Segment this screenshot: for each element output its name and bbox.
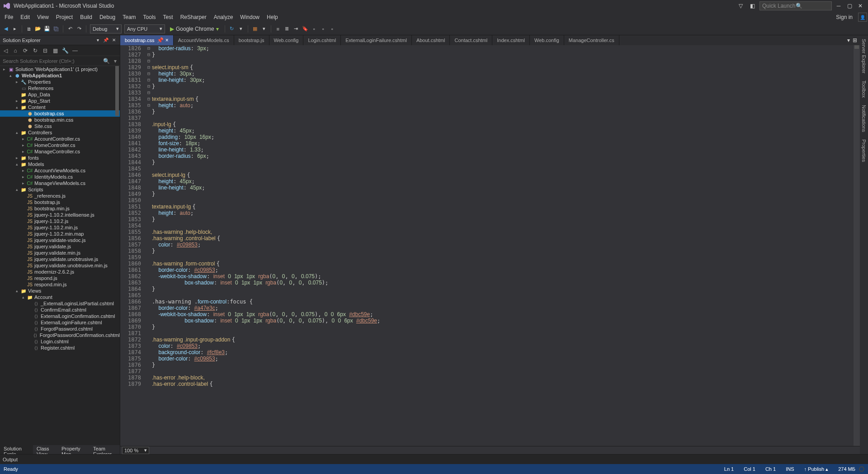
menu-resharper[interactable]: ReSharper <box>177 13 210 21</box>
tree-item[interactable]: ▸C#ManageController.cs <box>0 148 120 155</box>
tab-team-explorer[interactable]: Team Explorer <box>90 445 120 454</box>
feedback-icon[interactable]: ◧ <box>748 1 757 10</box>
tree-item[interactable]: JSjquery-1.10.2.min.js <box>0 224 120 231</box>
tree-item[interactable]: ▴📁Content <box>0 104 120 110</box>
tree-item[interactable]: ⟨⟩Register.cshtml <box>0 345 120 351</box>
doc-tab[interactable]: ExternalLoginFailure.cshtml <box>341 35 412 45</box>
status-publish[interactable]: ↑ Publish ▴ <box>804 466 829 472</box>
bookmark-button[interactable]: 🔖 <box>301 24 309 33</box>
doc-split-icon[interactable]: ⊞ <box>853 37 857 43</box>
se-collapse-button[interactable]: ⊟ <box>42 47 49 54</box>
tree-item[interactable]: JSjquery-1.10.2.js <box>0 218 120 224</box>
tree-item[interactable]: ▸C#AccountController.cs <box>0 136 120 142</box>
se-sync-button[interactable]: ⟳ <box>22 47 29 54</box>
menu-help[interactable]: Help <box>263 13 282 21</box>
sign-in-link[interactable]: Sign in <box>832 13 856 21</box>
tab-solution-explorer[interactable]: Solution Explo... <box>0 445 33 454</box>
doc-tab[interactable]: Index.cshtml <box>492 35 530 45</box>
doc-tab[interactable]: bootstrap.js <box>234 35 269 45</box>
tree-item[interactable]: ▴📁Controllers <box>0 129 120 136</box>
tree-item[interactable]: ▸C#IdentityModels.cs <box>0 174 120 180</box>
tab-property-manager[interactable]: Property Man... <box>58 445 90 454</box>
doc-tab[interactable]: Web.config <box>269 35 304 45</box>
tree-scrollbar[interactable] <box>115 66 119 445</box>
tree-item[interactable]: ▴📁Models <box>0 161 120 167</box>
se-home-button[interactable]: ⌂ <box>12 47 19 54</box>
tree-item[interactable]: ▴📁Scripts <box>0 186 120 193</box>
browser-link-refresh-button[interactable]: ↻ <box>228 24 236 33</box>
tab-notifications[interactable]: Notifications <box>860 101 868 136</box>
tb-icon-a[interactable]: ▫ <box>310 24 318 33</box>
tree-item[interactable]: ⬢bootstrap.css <box>0 110 120 117</box>
tree-item[interactable]: JSjquery-1.10.2.intellisense.js <box>0 212 120 218</box>
config-dropdown[interactable]: Debug▾ <box>90 24 122 33</box>
doc-tab[interactable]: Login.cshtml <box>303 35 341 45</box>
tree-item[interactable]: ▴⬢WebApplication1 <box>0 72 120 79</box>
tree-item[interactable]: JSbootstrap.js <box>0 199 120 205</box>
doc-tab[interactable]: Contact.cshtml <box>450 35 492 45</box>
code-content[interactable]: border-radius: 3px; } select.input-sm { … <box>152 45 847 446</box>
tree-item[interactable]: ▭References <box>0 85 120 91</box>
tree-item[interactable]: JSjquery.validate-vsdoc.js <box>0 237 120 243</box>
se-back-button[interactable]: ◁ <box>2 47 9 54</box>
code-editor[interactable]: 1826 1827 1828 1829 1830 1831 1832 1833 … <box>120 45 860 446</box>
tree-item[interactable]: ▴📁Account <box>0 294 120 300</box>
save-button[interactable]: 💾 <box>43 24 51 33</box>
tree-item[interactable]: ⟨⟩ExternalLoginFailure.cshtml <box>0 319 120 326</box>
solution-explorer-search[interactable]: 🔍 ▾ <box>0 56 120 66</box>
tree-item[interactable]: JSrespond.min.js <box>0 281 120 288</box>
doc-tab[interactable]: Web.config <box>530 35 564 45</box>
menu-project[interactable]: Project <box>52 13 76 21</box>
panel-dropdown-icon[interactable]: ▾ <box>94 37 101 43</box>
tree-item[interactable]: JSjquery.validate.unobtrusive.min.js <box>0 262 120 269</box>
new-project-button[interactable]: 🗎 <box>25 24 33 33</box>
output-panel-header[interactable]: Output <box>0 454 868 464</box>
save-all-button[interactable]: ⿻ <box>52 24 60 33</box>
nav-back-button[interactable]: ◀ <box>2 24 10 33</box>
se-search-input[interactable] <box>0 58 102 64</box>
tree-item[interactable]: ⬢Site.css <box>0 123 120 129</box>
se-showall-button[interactable]: ▦ <box>52 47 59 54</box>
menu-build[interactable]: Build <box>76 13 96 21</box>
tree-item[interactable]: JSjquery.validate.min.js <box>0 250 120 256</box>
tb-icon-b[interactable]: ▫ <box>319 24 327 33</box>
tree-item[interactable]: ▸▣Solution 'WebApplication1' (1 project) <box>0 66 120 72</box>
start-debug-button[interactable]: ▶ Google Chrome ▾ <box>167 24 222 33</box>
tree-item[interactable]: JSjquery.validate.js <box>0 243 120 250</box>
tree-item[interactable]: ⟨⟩_ExternalLoginsListPartial.cshtml <box>0 300 120 307</box>
tb-icon-c[interactable]: ▫ <box>328 24 336 33</box>
user-badge-icon[interactable]: 👤 <box>858 13 867 22</box>
se-search-drop-icon[interactable]: ▾ <box>111 58 120 64</box>
undo-button[interactable]: ↶ <box>66 24 74 33</box>
tb-icon-2[interactable]: ▾ <box>260 24 268 33</box>
tree-item[interactable]: ⬢bootstrap.min.css <box>0 117 120 123</box>
doc-tab[interactable]: AccountViewModels.cs <box>174 35 234 45</box>
tree-item[interactable]: JS_references.js <box>0 193 120 199</box>
menu-team[interactable]: Team <box>119 13 139 21</box>
open-file-button[interactable]: 📂 <box>34 24 42 33</box>
tb-icon-1[interactable]: ▦ <box>251 24 259 33</box>
editor-vsplit-handle[interactable] <box>847 45 854 446</box>
tree-item[interactable]: JSmodernizr-2.6.2.js <box>0 269 120 275</box>
browser-link-dropdown[interactable]: ▾ <box>237 24 245 33</box>
menu-test[interactable]: Test <box>160 13 177 21</box>
menu-file[interactable]: File <box>1 13 17 21</box>
menu-tools[interactable]: Tools <box>140 13 160 21</box>
menu-debug[interactable]: Debug <box>96 13 119 21</box>
tree-item[interactable]: ⟨⟩Login.cshtml <box>0 338 120 345</box>
menu-window[interactable]: Window <box>236 13 263 21</box>
menu-view[interactable]: View <box>33 13 52 21</box>
tree-item[interactable]: 📁App_Data <box>0 91 120 98</box>
nav-fwd-button[interactable]: ▸ <box>11 24 19 33</box>
close-button[interactable]: ✕ <box>857 3 863 9</box>
menu-edit[interactable]: Edit <box>17 13 33 21</box>
tree-item[interactable]: ⟨⟩ForgotPasswordConfirmation.cshtml <box>0 332 120 338</box>
zoom-dropdown[interactable]: 100 %▾ <box>122 447 149 454</box>
uncomment-button[interactable]: ≣ <box>283 24 291 33</box>
doc-tabs-overflow-icon[interactable]: ▾ <box>847 37 850 43</box>
tree-item[interactable]: ▸C#AccountViewModels.cs <box>0 167 120 174</box>
doc-tab[interactable]: About.cshtml <box>412 35 450 45</box>
notifications-flag-icon[interactable]: ▽ <box>736 1 745 10</box>
tree-item[interactable]: ⟨⟩ExternalLoginConfirmation.cshtml <box>0 313 120 319</box>
editor-scrollbar[interactable] <box>854 45 860 446</box>
